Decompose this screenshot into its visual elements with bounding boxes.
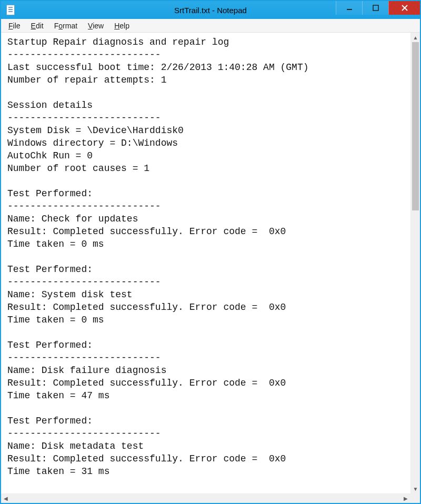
menu-file[interactable]: File (3, 21, 26, 31)
minimize-button[interactable] (336, 1, 362, 15)
text-editor[interactable]: Startup Repair diagnosis and repair log … (1, 33, 410, 493)
scroll-right-arrow-icon[interactable]: ▶ (401, 494, 410, 503)
notepad-window: SrtTrail.txt - Notepad File Edit Format … (0, 0, 421, 504)
scroll-left-arrow-icon[interactable]: ◀ (1, 494, 11, 503)
menu-edit[interactable]: Edit (26, 21, 49, 31)
horizontal-scrollbar[interactable]: ◀ ▶ (1, 493, 410, 503)
maximize-icon (373, 5, 379, 11)
close-icon (401, 4, 408, 12)
svg-rect-0 (347, 9, 352, 10)
scroll-down-arrow-icon[interactable]: ▼ (411, 484, 420, 493)
menu-help[interactable]: Help (109, 21, 135, 31)
client-area: Startup Repair diagnosis and repair log … (1, 33, 420, 493)
close-button[interactable] (388, 1, 420, 15)
minimize-icon (346, 5, 353, 11)
scrollbar-corner (410, 493, 420, 503)
menu-view[interactable]: View (83, 21, 109, 31)
titlebar[interactable]: SrtTrail.txt - Notepad (1, 1, 420, 19)
menubar: File Edit Format View Help (1, 19, 420, 33)
menu-format[interactable]: Format (49, 21, 83, 31)
vertical-scrollbar[interactable]: ▲ ▼ (410, 33, 420, 493)
scroll-up-arrow-icon[interactable]: ▲ (411, 33, 420, 42)
bottom-scroll-row: ◀ ▶ (1, 493, 420, 503)
svg-rect-1 (373, 5, 378, 11)
notepad-icon (6, 5, 15, 15)
window-controls (336, 1, 420, 19)
vertical-scroll-thumb[interactable] (412, 42, 419, 210)
maximize-button[interactable] (362, 1, 388, 15)
